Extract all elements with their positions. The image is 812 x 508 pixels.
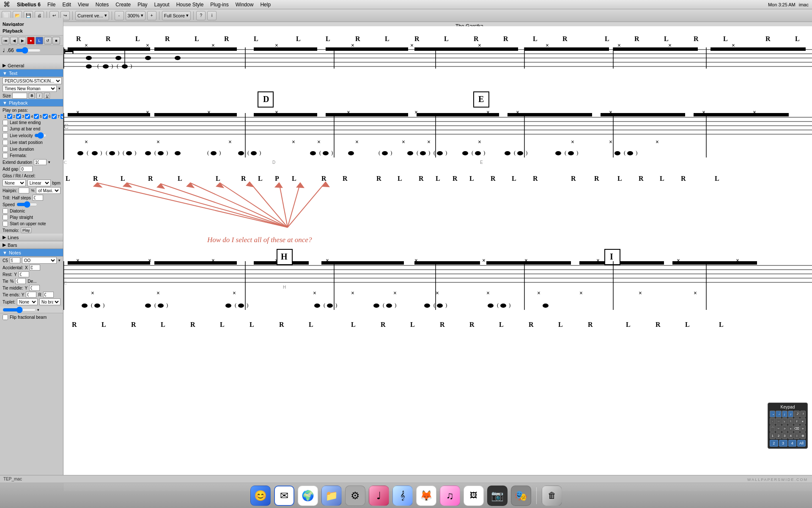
bars-section[interactable]: ▶Bars [0,241,63,249]
extend-duration-input[interactable] [34,159,47,165]
pass-3-check[interactable] [25,114,30,119]
menu-plugins[interactable]: Plug-ins [210,2,228,8]
info-btn[interactable]: i [207,11,217,20]
play-button[interactable]: ▶ [19,37,26,44]
kp-voice2[interactable]: 2 [776,432,781,439]
gliss-linear-dropdown[interactable]: Linear [27,179,51,186]
tie-val-input[interactable] [15,278,26,284]
flip-fractional-checkbox[interactable] [3,315,8,320]
dock-camera[interactable]: 📷 [487,486,508,506]
app-name[interactable]: Sibelius 6 [17,2,41,8]
dock-browser1[interactable]: 🌍 [298,486,318,506]
kp-slur[interactable]: ⌣ [776,425,781,432]
notes-section[interactable]: ▼Notes [0,249,63,257]
kp-dot1[interactable]: · [770,418,775,425]
menu-file[interactable]: File [47,2,55,8]
kp-sharp[interactable]: ♯ [794,418,799,425]
back-button[interactable]: ◀ [10,37,18,44]
pass-1-check[interactable] [7,114,12,119]
kp-half[interactable]: 𝅗𝅥 [776,411,781,417]
score-dropdown[interactable]: Full Score▾ [162,11,191,20]
dock-settings[interactable]: ⚙ [345,486,365,506]
kp-flat[interactable]: ♭ [782,418,787,425]
live-start-checkbox[interactable] [3,140,8,145]
general-section[interactable]: ▶General [0,62,63,69]
menu-play[interactable]: Play [137,2,147,8]
kp-voice4[interactable]: 4 [788,432,793,439]
lines-section[interactable]: ▶Lines [0,234,63,241]
kp-extra[interactable]: ⊕ [800,432,806,439]
rewind-button[interactable]: ⏮ [2,37,9,44]
dock-itunes[interactable]: ♫ [440,486,460,506]
zoom-dropdown[interactable]: 300%▾ [126,11,145,20]
loop-button[interactable]: ↺ [44,37,52,44]
dock-extra[interactable]: 🎭 [511,486,531,506]
kp-del[interactable]: ⌫ [794,425,799,432]
pass-6-check[interactable] [52,114,57,119]
kp-quarter[interactable]: ♩ [782,411,787,417]
play-straight-checkbox[interactable] [3,215,8,220]
kp-dbl-sharp[interactable]: 𝄪 [800,418,806,425]
text-section[interactable]: ▼Text [0,69,63,77]
acc-x-input[interactable] [30,265,40,271]
font-dropdown[interactable]: Times New Roman [3,85,57,92]
font-style-dropdown[interactable]: PERCUSSION-STICKIN... [3,77,62,84]
note-val-input[interactable] [10,257,20,263]
beam-slider[interactable] [3,307,36,312]
last-time-checkbox[interactable] [3,120,8,125]
tie-end-r-input[interactable] [43,292,54,298]
kp-16th[interactable]: 𝅘𝅥𝅯 [794,411,799,417]
kp-accent[interactable]: > [782,425,787,432]
kp-num-2[interactable]: 2 [770,440,778,447]
kp-num-all[interactable]: All [797,440,806,447]
zoom-in-btn[interactable]: + [147,11,156,20]
kp-voice3[interactable]: 3 [782,432,787,439]
live-velocity-slider[interactable] [34,133,47,138]
dock-trash[interactable]: 🗑 [542,486,562,506]
live-button[interactable]: L [36,37,43,44]
kp-more[interactable]: » [800,425,806,432]
tuplet-nobrac-dropdown[interactable]: No brac... [39,298,60,305]
kp-tie[interactable]: ⌒ [770,425,775,432]
underline-btn[interactable]: U [44,93,50,99]
kp-rest[interactable]: 𝄽 [800,411,806,417]
jump-bar-checkbox[interactable] [3,126,8,132]
rest-y-input[interactable] [19,271,29,277]
view-dropdown[interactable]: Current ve...▾ [75,11,109,20]
menu-layout[interactable]: Layout [154,2,170,8]
italic-btn[interactable]: I [36,93,42,99]
menu-help[interactable]: Help [260,2,271,8]
kp-staccato[interactable]: • [788,425,793,432]
add-gap-input[interactable] [20,166,33,172]
menu-edit[interactable]: Edit [62,2,71,8]
live-duration-checkbox[interactable] [3,146,8,152]
half-steps-input[interactable] [33,195,43,201]
fermata-checkbox[interactable] [3,153,8,158]
playback-section-header[interactable]: ▼Playback [0,99,63,107]
tremolo-play-button[interactable]: Play [21,227,32,233]
size-input[interactable] [12,93,27,99]
dock-mail[interactable]: ✉ [274,486,294,506]
diatonic-checkbox[interactable] [3,208,8,214]
kp-num-4[interactable]: 4 [788,440,797,447]
dock-preview[interactable]: 🖼 [464,486,484,506]
pass-4-check[interactable] [34,114,39,119]
live-velocity-checkbox[interactable] [3,133,8,138]
start-upper-checkbox[interactable] [3,221,8,226]
help-btn[interactable]: ? [196,11,206,20]
stop-button[interactable]: ■ [52,37,60,44]
kp-flip[interactable]: ↕ [794,432,799,439]
menu-create[interactable]: Create [115,2,131,8]
tie-end-y-input[interactable] [26,292,36,298]
zoom-out-btn[interactable]: - [115,11,124,20]
gliss-none-dropdown[interactable]: None [3,179,26,186]
record-button[interactable]: ● [27,37,35,44]
menu-window[interactable]: Window [236,2,254,8]
kp-natural[interactable]: ♮ [788,418,793,425]
score-area[interactable]: R R L R L R L L L R L R L R R L R L R L … [63,26,812,491]
tuplet-none-dropdown[interactable]: None [17,298,38,305]
pass-2-check[interactable] [16,114,21,119]
tie-mid-y-input[interactable] [29,285,40,291]
tempo-slider[interactable] [16,47,41,54]
hairpin-maxi-dropdown[interactable]: of Maxi... [36,187,60,194]
